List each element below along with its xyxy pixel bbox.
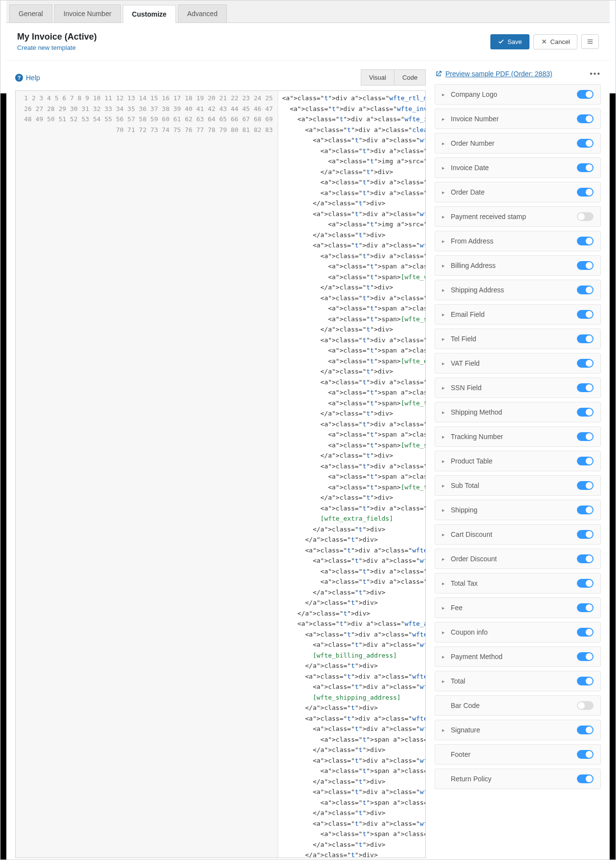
panel-total-tax[interactable]: ▸Total Tax [435,573,601,594]
preview-pdf-link[interactable]: Preview sample PDF (Order: 2883) [435,70,552,78]
panel-label: Cart Discount [451,530,577,538]
panel-vat-field[interactable]: ▸VAT Field [435,353,601,374]
chevron-right-icon: ▸ [442,727,445,733]
toggle-switch[interactable] [577,212,594,221]
toggle-switch[interactable] [577,310,594,319]
toggle-switch[interactable] [577,554,594,563]
tab-general[interactable]: General [9,4,52,22]
panel-label: Shipping [451,506,577,514]
toggle-switch[interactable] [577,481,594,490]
toggle-switch[interactable] [577,701,594,710]
panel-label: Signature [451,726,577,734]
panel-tracking-number[interactable]: ▸Tracking Number [435,426,601,447]
panel-company-logo[interactable]: ▸Company Logo [435,84,601,105]
toggle-switch[interactable] [577,261,594,270]
panel-order-discount[interactable]: ▸Order Discount [435,549,601,569]
chevron-right-icon: ▸ [442,654,445,660]
tab-invoice-number[interactable]: Invoice Number [54,4,121,22]
panel-label: SSN Field [451,384,577,392]
panel-shipping-method[interactable]: ▸Shipping Method [435,402,601,422]
toggle-switch[interactable] [577,774,594,783]
menu-button[interactable] [581,34,599,49]
toggle-switch[interactable] [577,726,594,734]
toggle-switch[interactable] [577,359,594,368]
panel-product-table[interactable]: ▸Product Table [435,451,601,471]
panel-tel-field[interactable]: ▸Tel Field [435,329,601,349]
toggle-switch[interactable] [577,677,594,685]
toggle-switch[interactable] [577,506,594,514]
panel-total[interactable]: ▸Total [435,671,601,691]
toggle-switch[interactable] [577,383,594,392]
toggle-switch[interactable] [577,408,594,417]
help-icon: ? [15,74,23,82]
panel-label: VAT Field [451,359,577,367]
toggle-switch[interactable] [577,139,594,148]
panel-payment-method[interactable]: ▸Payment Method [435,646,601,667]
code-tab[interactable]: Code [395,69,426,86]
panel-order-date[interactable]: ▸Order Date [435,182,601,202]
panel-payment-received-stamp[interactable]: ▸Payment received stamp [435,206,601,227]
panel-label: Invoice Number [451,115,577,123]
panel-label: Order Number [451,139,577,147]
chevron-right-icon: ▸ [442,556,445,562]
help-link[interactable]: ? Help [15,74,40,82]
panel-label: From Address [451,237,577,245]
cancel-button[interactable]: Cancel [533,34,577,49]
panel-shipping-address[interactable]: ▸Shipping Address [435,280,601,300]
toggle-switch[interactable] [577,237,594,245]
toggle-switch[interactable] [577,163,594,172]
save-button[interactable]: Save [490,34,529,49]
toggle-switch[interactable] [577,628,594,637]
toggle-switch[interactable] [577,530,594,539]
chevron-right-icon: ▸ [442,238,445,244]
header: My Invoice (Active) Create new template … [6,23,610,61]
panel-label: Company Logo [451,90,577,98]
chevron-right-icon: ▸ [442,580,445,587]
toggle-switch[interactable] [577,603,594,612]
panel-order-number[interactable]: ▸Order Number [435,133,601,154]
toggle-switch[interactable] [577,90,594,99]
panel-cart-discount[interactable]: ▸Cart Discount [435,524,601,545]
panel-from-address[interactable]: ▸From Address [435,231,601,251]
panel-email-field[interactable]: ▸Email Field [435,304,601,325]
toggle-switch[interactable] [577,114,594,123]
cancel-label: Cancel [550,38,570,45]
chevron-right-icon: ▸ [442,165,445,171]
panel-ssn-field[interactable]: ▸SSN Field [435,377,601,398]
toggle-switch[interactable] [577,188,594,197]
toggle-switch[interactable] [577,432,594,441]
panel-billing-address[interactable]: ▸Billing Address [435,255,601,276]
chevron-right-icon: ▸ [442,189,445,196]
chevron-right-icon: ▸ [442,409,445,416]
close-icon [541,38,548,45]
toggle-switch[interactable] [577,750,594,759]
toggle-switch[interactable] [577,457,594,465]
toggle-switch[interactable] [577,286,594,294]
external-link-icon [435,70,442,78]
more-menu[interactable]: ••• [590,69,601,78]
chevron-right-icon: ▸ [442,91,445,98]
visual-tab[interactable]: Visual [361,69,395,86]
panel-invoice-date[interactable]: ▸Invoice Date [435,157,601,178]
panel-bar-code[interactable]: ▸Bar Code [435,695,601,716]
tabs: GeneralInvoice NumberCustomizeAdvanced [6,0,610,23]
tab-customize[interactable]: Customize [123,5,176,23]
save-label: Save [507,38,522,45]
toggle-switch[interactable] [577,652,594,661]
toggle-switch[interactable] [577,579,594,588]
panel-return-policy[interactable]: ▸Return Policy [435,769,601,789]
create-template-link[interactable]: Create new template [17,44,76,51]
panel-footer[interactable]: ▸Footer [435,744,601,765]
toggle-switch[interactable] [577,334,594,343]
panel-shipping[interactable]: ▸Shipping [435,500,601,520]
panel-signature[interactable]: ▸Signature [435,720,601,740]
chevron-right-icon: ▸ [442,360,445,367]
tab-advanced[interactable]: Advanced [178,4,227,22]
panel-coupon-info[interactable]: ▸Coupon info [435,622,601,642]
panel-invoice-number[interactable]: ▸Invoice Number [435,109,601,129]
panel-sub-total[interactable]: ▸Sub Total [435,475,601,496]
panel-fee[interactable]: ▸Fee [435,597,601,618]
help-label: Help [26,74,40,82]
code-editor[interactable]: 1 2 3 4 5 6 7 8 9 10 11 12 13 14 15 16 1… [15,90,426,858]
panel-label: Product Table [451,457,577,465]
